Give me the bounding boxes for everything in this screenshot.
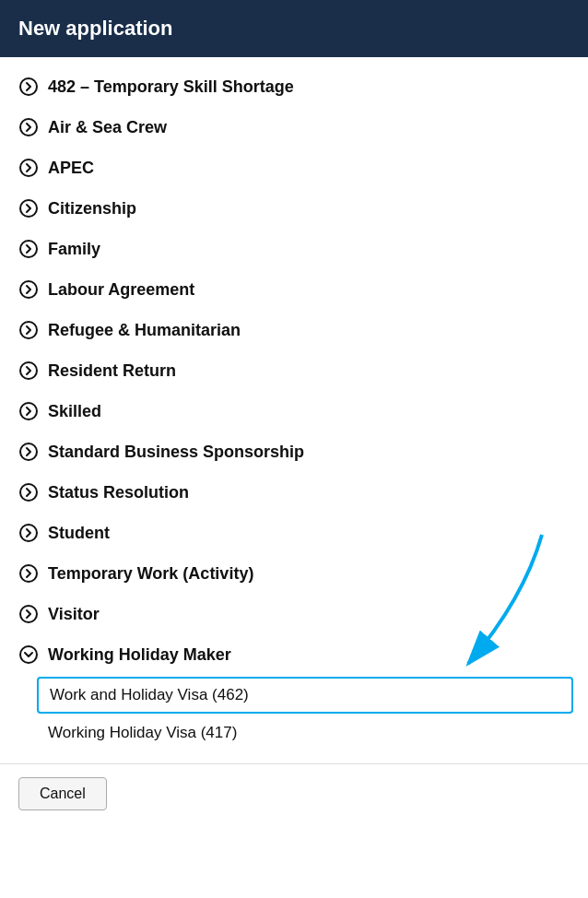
arrow-right-icon	[18, 158, 39, 178]
arrow-right-icon	[18, 563, 39, 584]
svg-point-1	[20, 119, 37, 136]
submenu-label-working-holiday-417[interactable]: Working Holiday Visa (417)	[0, 715, 588, 750]
menu-item-apec[interactable]: APEC	[0, 148, 588, 188]
svg-point-5	[20, 281, 37, 298]
arrow-right-icon	[18, 604, 39, 624]
arrow-right-icon	[18, 360, 39, 381]
menu-label-skilled: Skilled	[48, 402, 101, 421]
menu-label-temporary-skill-shortage: 482 – Temporary Skill Shortage	[48, 77, 294, 97]
menu-item-label-labour-agreement[interactable]: Labour Agreement	[0, 269, 588, 310]
arrow-right-icon	[18, 442, 39, 462]
svg-point-4	[20, 241, 37, 257]
submenu-item-work-holiday-462[interactable]: Work and Holiday Visa (462)	[0, 677, 588, 714]
menu-label-status-resolution: Status Resolution	[48, 483, 189, 502]
svg-point-2	[20, 160, 37, 176]
arrow-right-icon	[18, 482, 39, 502]
menu-item-label-visitor[interactable]: Visitor	[0, 594, 588, 634]
menu-item-label-student[interactable]: Student	[0, 513, 588, 553]
svg-point-14	[20, 646, 37, 663]
menu-item-resident-return[interactable]: Resident Return	[0, 350, 588, 391]
menu-item-label-temporary-work-activity[interactable]: Temporary Work (Activity)	[0, 553, 588, 594]
svg-point-11	[20, 525, 37, 541]
menu-item-refugee-humanitarian[interactable]: Refugee & Humanitarian	[0, 310, 588, 350]
menu-item-label-citizenship[interactable]: Citizenship	[0, 188, 588, 229]
menu-item-label-standard-business-sponsorship[interactable]: Standard Business Sponsorship	[0, 431, 588, 472]
menu-item-air-sea-crew[interactable]: Air & Sea Crew	[0, 107, 588, 148]
menu-label-labour-agreement: Labour Agreement	[48, 280, 194, 300]
menu-item-standard-business-sponsorship[interactable]: Standard Business Sponsorship	[0, 431, 588, 472]
svg-point-3	[20, 200, 37, 217]
menu-item-label-refugee-humanitarian[interactable]: Refugee & Humanitarian	[0, 310, 588, 350]
menu-item-label-resident-return[interactable]: Resident Return	[0, 350, 588, 391]
menu-item-visitor[interactable]: Visitor	[0, 594, 588, 634]
menu-label-refugee-humanitarian: Refugee & Humanitarian	[48, 321, 241, 340]
svg-point-12	[20, 565, 37, 582]
arrow-right-icon	[18, 279, 39, 300]
arrow-right-icon	[18, 523, 39, 543]
menu-item-label-air-sea-crew[interactable]: Air & Sea Crew	[0, 107, 588, 148]
menu-item-label-working-holiday-maker[interactable]: Working Holiday Maker	[0, 634, 588, 675]
arrow-down-icon	[18, 644, 39, 665]
submenu-item-working-holiday-417[interactable]: Working Holiday Visa (417)	[0, 715, 588, 750]
svg-point-9	[20, 443, 37, 460]
menu-label-family: Family	[48, 240, 100, 259]
menu-list: 482 – Temporary Skill Shortage Air & Sea…	[0, 57, 588, 760]
menu-item-label-skilled[interactable]: Skilled	[0, 391, 588, 431]
menu-item-citizenship[interactable]: Citizenship	[0, 188, 588, 229]
footer: Cancel	[0, 763, 588, 823]
arrow-right-icon	[18, 401, 39, 421]
menu-label-working-holiday-maker: Working Holiday Maker	[48, 645, 231, 665]
arrow-right-icon	[18, 198, 39, 219]
menu-label-visitor: Visitor	[48, 605, 100, 624]
menu-label-air-sea-crew: Air & Sea Crew	[48, 118, 167, 137]
menu-item-label-family[interactable]: Family	[0, 229, 588, 269]
menu-item-family[interactable]: Family	[0, 229, 588, 269]
cancel-button[interactable]: Cancel	[18, 777, 107, 810]
page-title: New application	[18, 17, 172, 40]
menu-item-temporary-skill-shortage[interactable]: 482 – Temporary Skill Shortage	[0, 66, 588, 107]
menu-item-label-apec[interactable]: APEC	[0, 148, 588, 188]
svg-point-13	[20, 606, 37, 622]
menu-item-working-holiday-maker[interactable]: Working Holiday Maker	[0, 634, 588, 675]
menu-label-apec: APEC	[48, 159, 94, 178]
menu-item-temporary-work-activity[interactable]: Temporary Work (Activity)	[0, 553, 588, 594]
menu-item-status-resolution[interactable]: Status Resolution	[0, 472, 588, 513]
svg-point-8	[20, 403, 37, 419]
menu-item-skilled[interactable]: Skilled	[0, 391, 588, 431]
arrow-right-icon	[18, 117, 39, 137]
menu-label-standard-business-sponsorship: Standard Business Sponsorship	[48, 443, 304, 462]
svg-point-0	[20, 78, 37, 95]
menu-item-label-temporary-skill-shortage[interactable]: 482 – Temporary Skill Shortage	[0, 66, 588, 107]
svg-point-10	[20, 484, 37, 501]
menu-label-student: Student	[48, 524, 110, 543]
arrow-right-icon	[18, 77, 39, 97]
header: New application	[0, 0, 588, 57]
submenu-label-work-holiday-462[interactable]: Work and Holiday Visa (462)	[37, 677, 573, 714]
menu-label-resident-return: Resident Return	[48, 361, 176, 381]
menu-label-citizenship: Citizenship	[48, 199, 136, 219]
menu-label-temporary-work-activity: Temporary Work (Activity)	[48, 564, 253, 584]
arrow-right-icon	[18, 320, 39, 340]
menu-item-label-status-resolution[interactable]: Status Resolution	[0, 472, 588, 513]
menu-item-student[interactable]: Student	[0, 513, 588, 553]
svg-point-6	[20, 322, 37, 338]
menu-item-labour-agreement[interactable]: Labour Agreement	[0, 269, 588, 310]
svg-point-7	[20, 362, 37, 379]
arrow-right-icon	[18, 239, 39, 259]
